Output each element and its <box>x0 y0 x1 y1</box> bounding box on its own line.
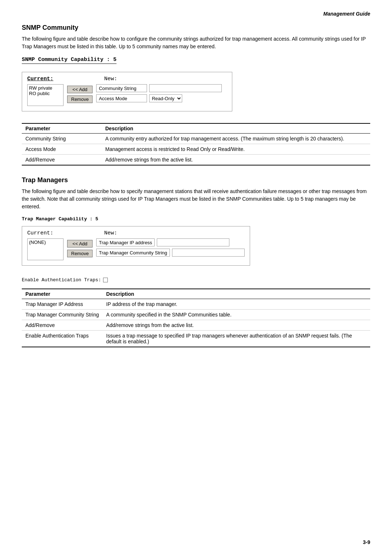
snmp-community-title: SNMP Community <box>22 24 370 32</box>
trap-desc-2: A community specified in the SNMP Commun… <box>103 310 370 320</box>
trap-manager-listbox[interactable]: (NONE) <box>27 238 64 260</box>
trap-ip-row: Trap Manager IP address <box>96 238 244 246</box>
page-number: 3-9 <box>363 539 370 545</box>
snmp-community-body: The following figure and table describe … <box>22 35 370 50</box>
trap-capability-title: Trap Manager Capability : 5 <box>22 216 370 222</box>
trap-current-label: Current: <box>27 230 53 236</box>
snmp-community-widget: Current: New: RW private RO public << Ad… <box>22 72 232 111</box>
table-row: Access Mode Management access is restric… <box>22 144 370 155</box>
snmp-remove-button[interactable]: Remove <box>67 95 93 103</box>
trap-desc-1: IP address of the trap manager. <box>103 299 370 310</box>
page-header: Management Guide <box>22 11 370 17</box>
snmp-param-2: Access Mode <box>22 144 102 155</box>
table-row: Trap Manager IP Address IP address of th… <box>22 299 370 310</box>
access-mode-row: Access Mode Read-Only Read/Write <box>96 94 222 102</box>
snmp-table-col1-header: Parameter <box>22 123 102 134</box>
trap-managers-body: The following figure and table describe … <box>22 188 370 210</box>
access-mode-select[interactable]: Read-Only Read/Write <box>149 94 182 102</box>
community-string-row: Community String <box>96 84 222 92</box>
trap-param-1: Trap Manager IP Address <box>22 299 103 310</box>
trap-table-col2-header: Description <box>103 289 370 299</box>
trap-fields: Trap Manager IP address Trap Manager Com… <box>96 238 244 257</box>
trap-community-row: Trap Manager Community String <box>96 249 244 257</box>
community-string-input[interactable] <box>149 84 222 92</box>
trap-desc-4: Issues a trap message to specified IP tr… <box>103 331 370 347</box>
snmp-fields: Community String Access Mode Read-Only R… <box>96 84 222 102</box>
trap-remove-button[interactable]: Remove <box>67 250 93 257</box>
trap-ip-input[interactable] <box>157 238 229 246</box>
list-item[interactable]: RW private <box>29 85 62 91</box>
trap-param-4: Enable Authentication Traps <box>22 331 103 347</box>
table-row: Community String A community entry autho… <box>22 134 370 144</box>
snmp-desc-2: Management access is restricted to Read … <box>102 144 370 155</box>
trap-community-input[interactable] <box>172 249 245 257</box>
snmp-param-1: Community String <box>22 134 102 144</box>
snmp-desc-3: Add/remove strings from the active list. <box>102 155 370 165</box>
trap-table-col1-header: Parameter <box>22 289 103 299</box>
community-string-label: Community String <box>96 84 147 92</box>
snmp-add-button[interactable]: << Add <box>67 86 93 93</box>
enable-auth-row: Enable Authentication Traps: <box>22 277 370 283</box>
trap-managers-title: Trap Managers <box>22 176 370 184</box>
access-mode-label: Access Mode <box>96 94 147 102</box>
trap-desc-3: Add/remove strings from the active list. <box>103 320 370 331</box>
table-row: Trap Manager Community String A communit… <box>22 310 370 320</box>
trap-community-label: Trap Manager Community String <box>96 249 170 257</box>
snmp-param-3: Add/Remove <box>22 155 102 165</box>
trap-ip-label: Trap Manager IP address <box>96 238 155 246</box>
trap-managers-table: Parameter Description Trap Manager IP Ad… <box>22 289 370 347</box>
enable-auth-label: Enable Authentication Traps: <box>22 277 101 283</box>
snmp-community-section: SNMP Community The following figure and … <box>22 24 370 165</box>
trap-managers-section: Trap Managers The following figure and t… <box>22 176 370 347</box>
table-row: Add/Remove Add/remove strings from the a… <box>22 320 370 331</box>
trap-manager-widget: Current: New: (NONE) << Add Remove Trap … <box>22 226 250 266</box>
snmp-desc-1: A community entry authorized for trap ma… <box>102 134 370 144</box>
list-item[interactable]: RO public <box>29 91 62 96</box>
trap-buttons: << Add Remove <box>67 240 93 257</box>
trap-add-button[interactable]: << Add <box>67 240 93 248</box>
current-label: Current: <box>27 76 53 82</box>
table-row: Enable Authentication Traps Issues a tra… <box>22 331 370 347</box>
snmp-table-col2-header: Description <box>102 123 370 134</box>
new-label: New: <box>104 76 117 82</box>
list-item[interactable]: (NONE) <box>29 240 62 245</box>
snmp-buttons: << Add Remove <box>67 86 93 103</box>
trap-new-label: New: <box>104 230 117 236</box>
snmp-community-table: Parameter Description Community String A… <box>22 123 370 165</box>
trap-param-3: Add/Remove <box>22 320 103 331</box>
snmp-community-listbox[interactable]: RW private RO public <box>27 84 64 106</box>
table-row: Add/Remove Add/remove strings from the a… <box>22 155 370 165</box>
enable-auth-checkbox[interactable] <box>103 278 108 282</box>
trap-param-2: Trap Manager Community String <box>22 310 103 320</box>
snmp-capability-title: SNMP Community Capability : 5 <box>22 57 117 64</box>
